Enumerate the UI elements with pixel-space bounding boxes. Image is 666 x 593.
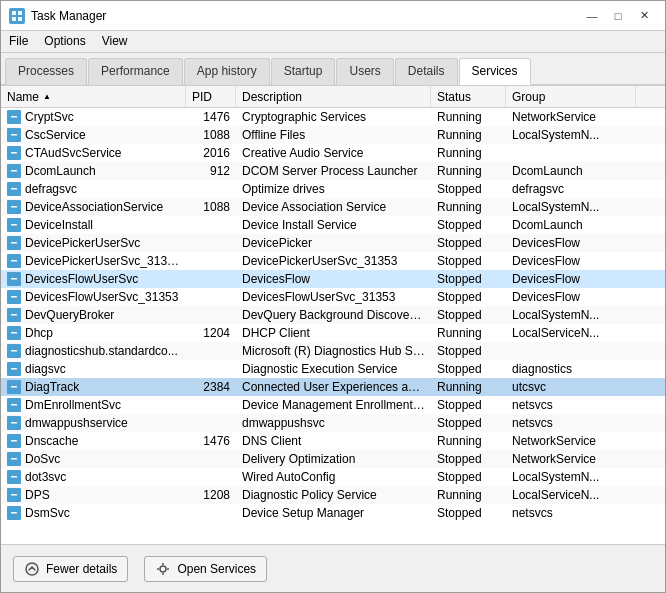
table-row[interactable]: DPS 1208 Diagnostic Policy Service Runni…: [1, 486, 665, 504]
cell-status-16: Stopped: [431, 397, 506, 413]
svg-rect-41: [11, 440, 17, 442]
title-bar: Task Manager — □ ✕: [1, 1, 665, 31]
cell-desc-15: Connected User Experiences and Tel...: [236, 379, 431, 395]
table-row[interactable]: CscService 1088 Offline Files Running Lo…: [1, 126, 665, 144]
cell-status-3: Running: [431, 163, 506, 179]
cell-pid-18: 1476: [186, 433, 236, 449]
menu-bar: File Options View: [1, 31, 665, 53]
tab-users[interactable]: Users: [336, 58, 393, 85]
tab-startup[interactable]: Startup: [271, 58, 336, 85]
cell-pid-8: [186, 260, 236, 262]
cell-status-10: Stopped: [431, 289, 506, 305]
table-row[interactable]: DevicePickerUserSvc_31353 DevicePickerUs…: [1, 252, 665, 270]
maximize-button[interactable]: □: [605, 7, 631, 25]
svg-rect-45: [11, 476, 17, 478]
cell-desc-2: Creative Audio Service: [236, 145, 431, 161]
menu-file[interactable]: File: [1, 31, 36, 52]
table-row[interactable]: defragsvc Optimize drives Stopped defrag…: [1, 180, 665, 198]
column-header-pid[interactable]: PID: [186, 86, 236, 107]
table-row[interactable]: DsmSvc Device Setup Manager Stopped nets…: [1, 504, 665, 522]
service-icon-15: [7, 380, 21, 394]
cell-name-3: DcomLaunch: [1, 163, 186, 179]
table-row[interactable]: Dnscache 1476 DNS Client Running Network…: [1, 432, 665, 450]
column-header-group[interactable]: Group: [506, 86, 636, 107]
table-row[interactable]: dmwappushservice dmwappushsvc Stopped ne…: [1, 414, 665, 432]
svg-rect-17: [11, 224, 17, 226]
tab-processes[interactable]: Processes: [5, 58, 87, 85]
table-row[interactable]: DeviceInstall Device Install Service Sto…: [1, 216, 665, 234]
cell-status-9: Stopped: [431, 271, 506, 287]
cell-group-19: NetworkService: [506, 451, 636, 467]
close-button[interactable]: ✕: [631, 7, 657, 25]
services-table: Name ▲ PID Description Status Group Cryp…: [1, 86, 665, 544]
table-row[interactable]: DevicePickerUserSvc DevicePicker Stopped…: [1, 234, 665, 252]
table-row[interactable]: dot3svc Wired AutoConfig Stopped LocalSy…: [1, 468, 665, 486]
fewer-details-button[interactable]: Fewer details: [13, 556, 128, 582]
cell-name-15: DiagTrack: [1, 379, 186, 395]
tab-app-history[interactable]: App history: [184, 58, 270, 85]
cell-name-1: CscService: [1, 127, 186, 143]
window-title: Task Manager: [31, 9, 106, 23]
cell-pid-4: [186, 188, 236, 190]
cell-group-22: netsvcs: [506, 505, 636, 521]
table-row[interactable]: DeviceAssociationService 1088 Device Ass…: [1, 198, 665, 216]
svg-rect-13: [11, 188, 17, 190]
column-header-description[interactable]: Description: [236, 86, 431, 107]
table-row[interactable]: DcomLaunch 912 DCOM Server Process Launc…: [1, 162, 665, 180]
service-icon-4: [7, 182, 21, 196]
cell-pid-12: 1204: [186, 325, 236, 341]
cell-group-9: DevicesFlow: [506, 271, 636, 287]
cell-status-20: Stopped: [431, 469, 506, 485]
column-header-status[interactable]: Status: [431, 86, 506, 107]
cell-pid-2: 2016: [186, 145, 236, 161]
cell-status-18: Running: [431, 433, 506, 449]
service-icon-18: [7, 434, 21, 448]
table-body[interactable]: CryptSvc 1476 Cryptographic Services Run…: [1, 108, 665, 544]
tab-performance[interactable]: Performance: [88, 58, 183, 85]
tab-details[interactable]: Details: [395, 58, 458, 85]
open-services-button[interactable]: Open Services: [144, 556, 267, 582]
cell-pid-10: [186, 296, 236, 298]
service-icon-10: [7, 290, 21, 304]
table-row[interactable]: DiagTrack 2384 Connected User Experience…: [1, 378, 665, 396]
service-icon-12: [7, 326, 21, 340]
cell-pid-13: [186, 350, 236, 352]
cell-desc-5: Device Association Service: [236, 199, 431, 215]
svg-rect-27: [11, 314, 17, 316]
service-icon-2: [7, 146, 21, 160]
minimize-button[interactable]: —: [579, 7, 605, 25]
cell-desc-18: DNS Client: [236, 433, 431, 449]
table-row[interactable]: DevicesFlowUserSvc DevicesFlow Stopped D…: [1, 270, 665, 288]
cell-group-16: netsvcs: [506, 397, 636, 413]
table-row[interactable]: DevicesFlowUserSvc_31353 DevicesFlowUser…: [1, 288, 665, 306]
column-header-name[interactable]: Name ▲: [1, 86, 186, 107]
cell-status-14: Stopped: [431, 361, 506, 377]
title-bar-left: Task Manager: [9, 8, 106, 24]
table-row[interactable]: DoSvc Delivery Optimization Stopped Netw…: [1, 450, 665, 468]
cell-name-7: DevicePickerUserSvc: [1, 235, 186, 251]
cell-desc-22: Device Setup Manager: [236, 505, 431, 521]
cell-name-14: diagsvc: [1, 361, 186, 377]
table-row[interactable]: diagnosticshub.standardco... Microsoft (…: [1, 342, 665, 360]
cell-status-0: Running: [431, 109, 506, 125]
menu-options[interactable]: Options: [36, 31, 93, 52]
table-row[interactable]: Dhcp 1204 DHCP Client Running LocalServi…: [1, 324, 665, 342]
table-row[interactable]: DevQueryBroker DevQuery Background Disco…: [1, 306, 665, 324]
fewer-details-icon: [24, 561, 40, 577]
cell-status-6: Stopped: [431, 217, 506, 233]
cell-name-0: CryptSvc: [1, 109, 186, 125]
table-row[interactable]: CryptSvc 1476 Cryptographic Services Run…: [1, 108, 665, 126]
cell-group-0: NetworkService: [506, 109, 636, 125]
table-row[interactable]: diagsvc Diagnostic Execution Service Sto…: [1, 360, 665, 378]
svg-rect-29: [11, 332, 17, 334]
cell-status-8: Stopped: [431, 253, 506, 269]
table-row[interactable]: CTAudSvcService 2016 Creative Audio Serv…: [1, 144, 665, 162]
table-row[interactable]: DmEnrollmentSvc Device Management Enroll…: [1, 396, 665, 414]
cell-group-7: DevicesFlow: [506, 235, 636, 251]
cell-name-11: DevQueryBroker: [1, 307, 186, 323]
service-icon-5: [7, 200, 21, 214]
menu-view[interactable]: View: [94, 31, 136, 52]
cell-status-5: Running: [431, 199, 506, 215]
tab-services[interactable]: Services: [459, 58, 531, 85]
svg-rect-47: [11, 494, 17, 496]
